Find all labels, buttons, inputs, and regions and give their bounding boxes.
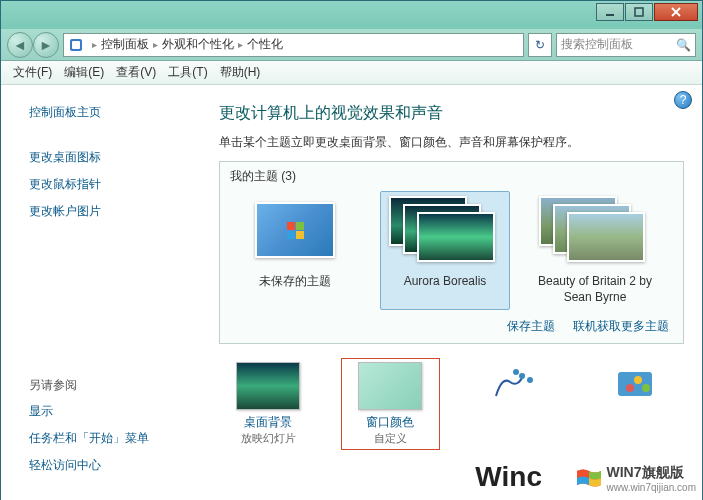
svg-point-11	[626, 384, 634, 392]
page-title: 更改计算机上的视觉效果和声音	[219, 103, 684, 124]
window-color-thumb	[358, 362, 422, 410]
desktop-background-item[interactable]: 桌面背景 放映幻灯片	[219, 358, 317, 450]
titlebar	[1, 1, 702, 29]
save-theme-link[interactable]: 保存主题	[507, 318, 555, 335]
page-description: 单击某个主题立即更改桌面背景、窗口颜色、声音和屏幕保护程序。	[219, 134, 684, 151]
menu-edit[interactable]: 编辑(E)	[58, 62, 110, 83]
sounds-item[interactable]	[464, 358, 562, 450]
search-placeholder: 搜索控制面板	[561, 36, 633, 53]
back-button[interactable]: ◄	[7, 32, 33, 58]
sidebar-also-ease[interactable]: 轻松访问中心	[1, 452, 201, 479]
theme-item-britain[interactable]: Beauty of Britain 2 by Sean Byrne	[530, 191, 660, 310]
control-panel-icon	[68, 37, 84, 53]
breadcrumb-item[interactable]: 控制面板	[101, 36, 149, 53]
theme-item-unsaved[interactable]: 未保存的主题	[230, 191, 360, 310]
close-button[interactable]	[654, 3, 698, 21]
sidebar-also-taskbar[interactable]: 任务栏和「开始」菜单	[1, 425, 201, 452]
desktop-background-thumb	[236, 362, 300, 410]
svg-rect-3	[72, 41, 80, 49]
address-bar: ◄ ► ▸ 控制面板 ▸ 外观和个性化 ▸ 个性化 ↻ 搜索控制面板 🔍	[1, 29, 702, 61]
more-themes-link[interactable]: 联机获取更多主题	[573, 318, 669, 335]
sidebar-link-desktop-icons[interactable]: 更改桌面图标	[1, 144, 201, 171]
watermark-url: www.win7qijian.com	[607, 482, 696, 493]
sidebar-home-link[interactable]: 控制面板主页	[1, 99, 201, 126]
minimize-button[interactable]	[596, 3, 624, 21]
sidebar: 控制面板主页 更改桌面图标 更改鼠标指针 更改帐户图片 另请参阅 显示 任务栏和…	[1, 85, 201, 500]
breadcrumb-item[interactable]: 个性化	[247, 36, 283, 53]
sidebar-also-heading: 另请参阅	[1, 373, 201, 398]
screensaver-icon	[603, 362, 667, 410]
search-input[interactable]: 搜索控制面板 🔍	[556, 33, 696, 57]
screensaver-item[interactable]	[586, 358, 684, 450]
svg-point-9	[634, 376, 642, 384]
sounds-icon	[481, 362, 545, 410]
forward-button[interactable]: ►	[33, 32, 59, 58]
svg-rect-1	[635, 8, 643, 16]
window-color-sub: 自定义	[345, 431, 435, 446]
maximize-button[interactable]	[625, 3, 653, 21]
menu-view[interactable]: 查看(V)	[110, 62, 162, 83]
menu-tools[interactable]: 工具(T)	[162, 62, 213, 83]
watermark-site: WIN7旗舰版 www.win7qijian.com	[575, 464, 696, 493]
svg-point-5	[519, 373, 525, 379]
theme-label: 未保存的主题	[235, 274, 355, 304]
windows-logo-icon	[283, 218, 307, 242]
desktop-background-label: 桌面背景	[223, 414, 313, 431]
theme-label: Aurora Borealis	[385, 274, 505, 304]
breadcrumb[interactable]: ▸ 控制面板 ▸ 外观和个性化 ▸ 个性化	[63, 33, 524, 57]
refresh-button[interactable]: ↻	[528, 33, 552, 57]
themes-heading: 我的主题 (3)	[230, 168, 673, 185]
watermark-text: WIN7旗舰版	[607, 464, 696, 482]
sidebar-also-display[interactable]: 显示	[1, 398, 201, 425]
svg-rect-8	[618, 372, 652, 396]
control-panel-window: ◄ ► ▸ 控制面板 ▸ 外观和个性化 ▸ 个性化 ↻ 搜索控制面板 🔍 文件(…	[0, 0, 703, 500]
svg-rect-0	[606, 14, 614, 16]
menu-file[interactable]: 文件(F)	[7, 62, 58, 83]
search-icon: 🔍	[676, 38, 691, 52]
watermark-windows: Winc	[475, 461, 542, 493]
svg-point-6	[527, 377, 533, 383]
menu-help[interactable]: 帮助(H)	[214, 62, 267, 83]
window-color-item[interactable]: 窗口颜色 自定义	[341, 358, 439, 450]
desktop-background-sub: 放映幻灯片	[223, 431, 313, 446]
svg-point-10	[642, 384, 650, 392]
svg-point-7	[513, 369, 519, 375]
help-icon[interactable]: ?	[674, 91, 692, 109]
theme-item-aurora[interactable]: Aurora Borealis	[380, 191, 510, 310]
theme-label: Beauty of Britain 2 by Sean Byrne	[535, 274, 655, 305]
sidebar-link-account-picture[interactable]: 更改帐户图片	[1, 198, 201, 225]
my-themes-box: 我的主题 (3) 未保存的主题	[219, 161, 684, 344]
breadcrumb-item[interactable]: 外观和个性化	[162, 36, 234, 53]
sidebar-link-mouse-pointer[interactable]: 更改鼠标指针	[1, 171, 201, 198]
menubar: 文件(F) 编辑(E) 查看(V) 工具(T) 帮助(H)	[1, 61, 702, 85]
windows-flag-icon	[575, 467, 603, 491]
window-color-label: 窗口颜色	[345, 414, 435, 431]
main-panel: ? 更改计算机上的视觉效果和声音 单击某个主题立即更改桌面背景、窗口颜色、声音和…	[201, 85, 702, 500]
